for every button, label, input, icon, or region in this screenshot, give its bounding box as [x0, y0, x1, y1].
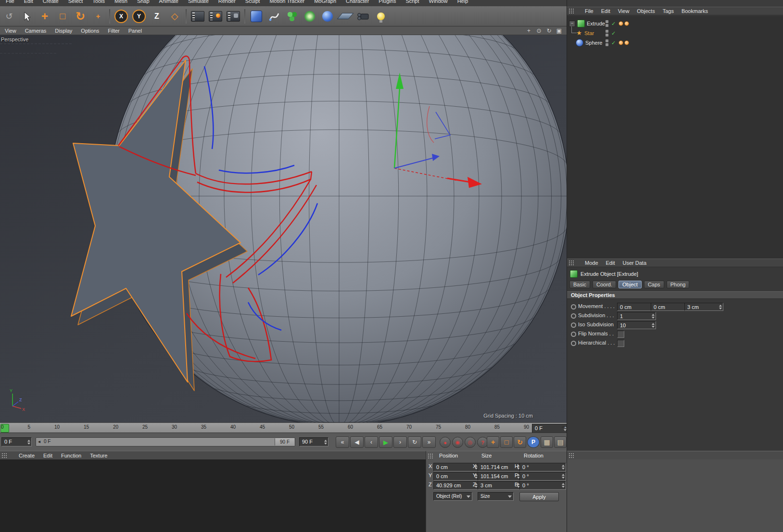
play-reverse-button[interactable]: ◀	[350, 436, 364, 448]
rotate-tool-button[interactable]: ↻	[72, 8, 88, 25]
scale-tool-icon[interactable]: □	[500, 436, 513, 448]
coord-mode-dropdown[interactable]: Object (Rel)	[433, 492, 472, 501]
main-menu-script[interactable]: Script	[405, 0, 419, 4]
main-menu-tools[interactable]: Tools	[92, 0, 105, 4]
om-menu-tags[interactable]: Tags	[663, 8, 674, 14]
anim-dot-icon[interactable]	[571, 332, 576, 337]
object-row-star[interactable]: ★ Star ✓	[567, 28, 783, 38]
visibility-dots-icon[interactable]	[606, 20, 608, 27]
tab-basic[interactable]: Basic	[569, 281, 590, 288]
viewport-menu-filter[interactable]: Filter	[108, 28, 119, 34]
viewport-menu-display[interactable]: Display	[55, 28, 72, 34]
keys-button[interactable]: ▤	[554, 436, 567, 448]
am-menu-user-data[interactable]: User Data	[623, 260, 647, 266]
om-menu-objects[interactable]: Objects	[637, 8, 655, 14]
move-tool-button[interactable]: +	[37, 8, 53, 25]
rot-b-spinner[interactable]	[561, 482, 565, 489]
rotate-view-icon[interactable]: ↻	[545, 27, 553, 34]
rotate-tool-icon[interactable]: ↻	[514, 436, 526, 448]
main-menu-help[interactable]: Help	[457, 0, 468, 4]
main-menu-render[interactable]: Render	[218, 0, 236, 4]
move-tool-icon[interactable]: +	[487, 436, 499, 448]
anim-dot-icon[interactable]	[571, 341, 576, 346]
lock-x-axis-button[interactable]: X	[113, 8, 129, 25]
om-menu-bookmarks[interactable]: Bookmarks	[682, 8, 708, 14]
main-menu-motion-tracker[interactable]: Motion Tracker	[269, 0, 304, 4]
object-manager-tree[interactable]: − Extrude ✓ ★ Star ✓ Sph	[567, 16, 783, 259]
perspective-viewport[interactable]: Y X Z Perspective Grid Spacing : 10 cm	[0, 35, 567, 422]
material-menu-create[interactable]: Create	[19, 453, 35, 458]
subdivision-field[interactable]: 1	[617, 312, 656, 320]
main-menu-mograph[interactable]: MoGraph	[314, 0, 336, 4]
am-menu-mode[interactable]: Mode	[585, 260, 598, 266]
movement-x-field[interactable]: 0 cm	[617, 303, 656, 311]
zoom-view-icon[interactable]: ⊙	[535, 27, 543, 34]
viewport-menu-panel[interactable]: Panel	[128, 28, 142, 34]
tab-object[interactable]: Object	[619, 281, 642, 288]
panel-grip-icon[interactable]	[568, 260, 574, 266]
scale-tool-button[interactable]: □	[54, 8, 71, 25]
viewport-menu-view[interactable]: View	[5, 28, 16, 34]
enabled-check-icon[interactable]: ✓	[611, 40, 616, 46]
visibility-dots-icon[interactable]	[606, 39, 608, 46]
main-menu-plugins[interactable]: Plugins	[379, 0, 396, 4]
render-settings-button[interactable]	[225, 8, 241, 25]
tab-coord[interactable]: Coord.	[593, 281, 616, 288]
pos-x-field[interactable]: 0 cm	[433, 463, 479, 471]
enabled-check-icon[interactable]: ✓	[611, 30, 616, 37]
anim-dot-icon[interactable]	[571, 322, 576, 328]
om-menu-edit[interactable]: Edit	[601, 8, 610, 14]
main-menu-mesh[interactable]: Mesh	[114, 0, 127, 4]
range-start-field[interactable]: 0 F	[1, 437, 32, 446]
object-label-selected[interactable]: Star	[584, 30, 594, 36]
goto-start-button[interactable]: «	[336, 436, 349, 448]
render-view-button[interactable]	[189, 8, 206, 25]
material-menu-function[interactable]: Function	[61, 453, 81, 458]
panel-grip-icon[interactable]	[568, 453, 574, 458]
panel-grip-icon[interactable]	[1, 453, 7, 458]
add-primitive-button[interactable]	[248, 8, 265, 25]
loop-button[interactable]: ↻	[408, 436, 421, 448]
main-menu-character[interactable]: Character	[346, 0, 369, 4]
apply-button[interactable]: Apply	[519, 492, 559, 501]
add-light-button[interactable]	[373, 8, 389, 25]
main-menu-window[interactable]: Window	[429, 0, 448, 4]
keyframe-selection-button[interactable]: ◎	[465, 437, 476, 448]
select-tool-button[interactable]	[19, 8, 35, 25]
rot-h-field[interactable]: 0 °	[519, 463, 566, 471]
om-menu-view[interactable]: View	[618, 8, 630, 14]
timeline-ruler[interactable]: 051015202530354045505560657075808590 0 F…	[0, 422, 567, 433]
enabled-check-icon[interactable]: ✓	[611, 21, 616, 27]
anim-dot-icon[interactable]	[571, 304, 576, 309]
undo-button[interactable]: ↺	[1, 8, 17, 25]
play-button[interactable]: ▶	[379, 436, 392, 448]
material-menu-texture[interactable]: Texture	[90, 453, 107, 458]
lock-z-axis-button[interactable]: Z	[149, 8, 165, 25]
viewport-menu-options[interactable]: Options	[81, 28, 99, 34]
main-menu-create[interactable]: Create	[43, 0, 59, 4]
workplane-button[interactable]: ◇	[166, 8, 183, 25]
goto-end-button[interactable]: »	[422, 436, 436, 448]
om-menu-file[interactable]: File	[585, 8, 594, 14]
add-generator-button[interactable]	[284, 8, 300, 25]
step-back-button[interactable]: ‹	[365, 436, 378, 448]
main-menu-file[interactable]: File	[6, 0, 14, 4]
main-menu-animate[interactable]: Animate	[159, 0, 178, 4]
main-menu-snap[interactable]: Snap	[137, 0, 150, 4]
object-label[interactable]: Sphere	[585, 40, 602, 46]
panel-grip-icon[interactable]	[568, 8, 574, 14]
visibility-dots-icon[interactable]	[606, 30, 608, 37]
pos-y-field[interactable]: 0 cm	[433, 472, 479, 481]
toggle-view-icon[interactable]: ▣	[556, 27, 563, 34]
rot-p-spinner[interactable]	[561, 472, 565, 480]
main-menu-select[interactable]: Select	[68, 0, 83, 4]
main-menu-sculpt[interactable]: Sculpt	[245, 0, 260, 4]
add-spline-button[interactable]	[266, 8, 282, 25]
snap-grid-button[interactable]: ▦	[541, 436, 553, 448]
ruler-options-icon[interactable]: ◂▸	[561, 424, 566, 429]
panel-grip-icon[interactable]	[428, 453, 433, 459]
rot-h-spinner[interactable]	[561, 463, 565, 471]
object-label[interactable]: Extrude	[587, 21, 605, 26]
pos-z-field[interactable]: 40.929 cm	[433, 481, 479, 490]
viewport-menu-cameras[interactable]: Cameras	[25, 28, 47, 34]
